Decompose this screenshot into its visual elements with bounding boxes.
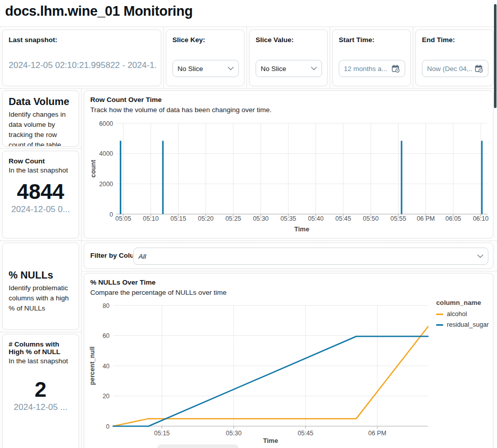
row-count-chart: 020004000600005:0505:1005:1505:2005:2505… bbox=[84, 91, 493, 238]
slice-value-select[interactable]: No Slice bbox=[256, 60, 322, 77]
grid-divider bbox=[81, 89, 82, 448]
page-title: docs.lhm.wine_01 Monitoring bbox=[5, 4, 193, 19]
legend-item: alcohol bbox=[436, 311, 492, 318]
last-snapshot-label: Last snapshot: bbox=[9, 36, 155, 44]
row-count-timestamp: 2024-12-05 0... bbox=[9, 204, 73, 215]
title-bar: docs.lhm.wine_01 Monitoring bbox=[0, 0, 497, 26]
svg-text:05:10: 05:10 bbox=[143, 215, 159, 222]
svg-text:count: count bbox=[89, 159, 97, 178]
chevron-down-icon bbox=[477, 254, 483, 258]
grid-divider bbox=[330, 27, 330, 87]
column-filter-select[interactable]: All bbox=[133, 248, 488, 265]
legend-swatch bbox=[436, 314, 443, 315]
svg-text:05:40: 05:40 bbox=[308, 215, 324, 222]
dashboard-canvas: docs.lhm.wine_01 Monitoring Last snapsho… bbox=[0, 0, 497, 448]
start-time-input[interactable]: 12 months a... bbox=[339, 60, 405, 77]
row-count-card: Row Count In the last snapshot 4844 2024… bbox=[2, 151, 79, 238]
pct-nulls-description: Identify problematic columns with a high… bbox=[9, 283, 73, 314]
start-time-value: 12 months a... bbox=[344, 65, 389, 73]
svg-text:05:45: 05:45 bbox=[335, 215, 351, 222]
row-count-title: Row Count bbox=[9, 157, 73, 165]
calendar-clock-icon bbox=[475, 64, 483, 73]
chart-legend: column_name alcoholresidual_sugar bbox=[436, 299, 492, 332]
svg-text:0: 0 bbox=[110, 211, 113, 218]
start-time-card: Start Time: 12 months a... bbox=[332, 29, 411, 86]
svg-text:05:45: 05:45 bbox=[298, 430, 313, 437]
high-null-columns-card: # Columns with High % of NULL In the las… bbox=[2, 334, 79, 448]
grid-divider bbox=[0, 332, 81, 332]
grid-divider bbox=[246, 27, 247, 87]
legend-item: residual_sugar bbox=[436, 321, 492, 328]
svg-text:percent_null: percent_null bbox=[88, 347, 96, 385]
grid-divider bbox=[0, 240, 497, 241]
high-null-columns-subtitle: In the last snapshot bbox=[9, 357, 73, 365]
svg-text:05:20: 05:20 bbox=[198, 215, 214, 222]
column-filter-card: Filter by Column ... All bbox=[84, 243, 493, 269]
chevron-down-icon bbox=[311, 66, 317, 71]
svg-text:2000: 2000 bbox=[99, 181, 113, 188]
grid-divider bbox=[413, 27, 413, 87]
grid-divider bbox=[163, 27, 164, 87]
end-time-label: End Time: bbox=[422, 36, 487, 44]
slice-key-select[interactable]: No Slice bbox=[172, 60, 239, 77]
svg-text:06:05: 06:05 bbox=[445, 215, 461, 222]
legend-swatch bbox=[436, 324, 443, 326]
svg-text:05:35: 05:35 bbox=[280, 215, 296, 222]
row-count-subtitle: In the last snapshot bbox=[9, 166, 73, 174]
start-time-label: Start Time: bbox=[339, 36, 404, 44]
pct-nulls-chart-card: % NULLs Over Time Compare the percentage… bbox=[84, 273, 493, 448]
data-volume-description: Identify changes in data volume by track… bbox=[9, 110, 73, 147]
high-null-columns-title: # Columns with High % of NULL bbox=[9, 340, 73, 356]
grid-divider bbox=[0, 88, 497, 89]
svg-text:20: 20 bbox=[102, 393, 110, 400]
svg-text:05:25: 05:25 bbox=[225, 215, 241, 222]
grid-divider bbox=[0, 148, 81, 149]
pct-nulls-chart: 02040608005:1505:3005:4506 PMTimepercent… bbox=[84, 273, 493, 448]
svg-text:05:05: 05:05 bbox=[116, 215, 131, 222]
slice-value-label: Slice Value: bbox=[256, 36, 321, 44]
slice-key-card: Slice Key: No Slice bbox=[166, 29, 244, 86]
svg-text:05:15: 05:15 bbox=[170, 215, 186, 222]
pct-nulls-title: % NULLs bbox=[9, 269, 73, 281]
legend-title: column_name bbox=[436, 299, 492, 306]
svg-text:05:30: 05:30 bbox=[226, 430, 241, 437]
svg-text:60: 60 bbox=[102, 332, 110, 339]
grid-divider bbox=[81, 271, 497, 271]
svg-text:6000: 6000 bbox=[99, 120, 113, 127]
svg-text:05:55: 05:55 bbox=[390, 215, 406, 222]
end-time-card: End Time: Now (Dec 04,... bbox=[415, 29, 493, 86]
row-count-value: 4844 bbox=[9, 180, 73, 203]
slice-key-selected-value: No Slice bbox=[178, 65, 226, 73]
svg-text:4000: 4000 bbox=[99, 150, 113, 157]
svg-text:06 PM: 06 PM bbox=[368, 430, 386, 437]
slice-value-card: Slice Value: No Slice bbox=[249, 29, 328, 86]
vertical-scrollbar-thumb[interactable] bbox=[494, 4, 496, 108]
high-null-columns-value: 2 bbox=[9, 378, 73, 401]
chevron-down-icon bbox=[228, 66, 234, 71]
svg-text:80: 80 bbox=[102, 302, 110, 309]
legend-label: residual_sugar bbox=[447, 321, 489, 328]
last-snapshot-card: Last snapshot: 2024-12-05 02:10:21.99582… bbox=[2, 29, 161, 86]
grid-divider bbox=[0, 26, 497, 27]
clipped-bottom-element bbox=[157, 444, 238, 448]
svg-text:06:10: 06:10 bbox=[473, 215, 488, 222]
last-snapshot-value: 2024-12-05 02:10:21.995822 - 2024-1... bbox=[9, 60, 157, 71]
calendar-clock-icon bbox=[392, 64, 400, 73]
row-count-chart-card: Row Count Over Time Track how the volume… bbox=[84, 90, 493, 238]
slice-value-selected-value: No Slice bbox=[261, 65, 309, 73]
column-filter-selected-value: All bbox=[138, 253, 475, 260]
svg-text:05:50: 05:50 bbox=[363, 215, 379, 222]
svg-text:40: 40 bbox=[102, 363, 110, 370]
end-time-value: Now (Dec 04,... bbox=[427, 65, 473, 73]
svg-text:06 PM: 06 PM bbox=[417, 215, 435, 222]
end-time-input[interactable]: Now (Dec 04,... bbox=[422, 60, 488, 77]
svg-text:05:30: 05:30 bbox=[253, 215, 269, 222]
column-filter-label: Filter by Column ... bbox=[90, 252, 133, 259]
svg-text:05:15: 05:15 bbox=[154, 430, 170, 437]
data-volume-title: Data Volume bbox=[9, 96, 73, 108]
data-volume-card: Data Volume Identify changes in data vol… bbox=[2, 90, 79, 147]
high-null-columns-timestamp: 2024-12-05 ... bbox=[9, 402, 73, 412]
slice-key-label: Slice Key: bbox=[172, 36, 238, 44]
svg-text:Time: Time bbox=[263, 437, 278, 444]
pct-nulls-card: % NULLs Identify problematic columns wit… bbox=[2, 243, 79, 330]
